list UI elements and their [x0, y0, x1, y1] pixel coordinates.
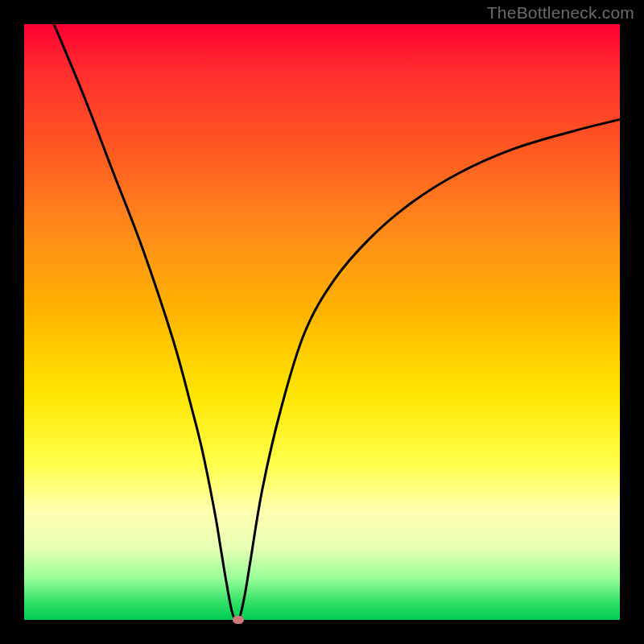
optimal-marker [233, 616, 244, 624]
bottleneck-curve [54, 24, 620, 621]
curve-svg [24, 24, 620, 620]
attribution-text: TheBottleneck.com [487, 3, 634, 23]
chart-frame: TheBottleneck.com [0, 0, 644, 644]
plot-area [24, 24, 620, 620]
